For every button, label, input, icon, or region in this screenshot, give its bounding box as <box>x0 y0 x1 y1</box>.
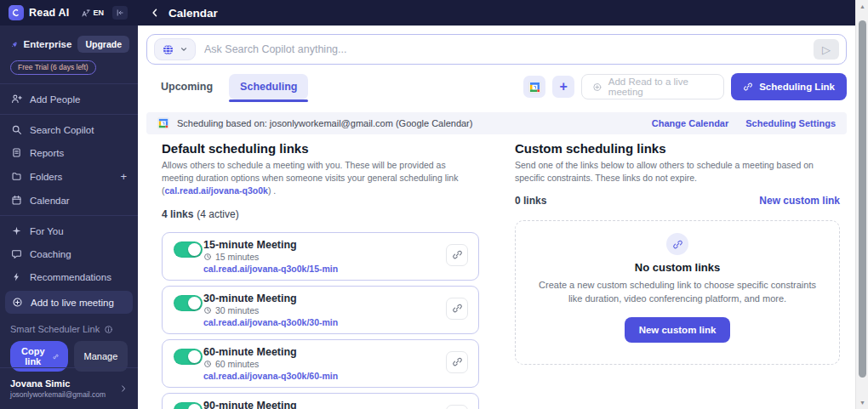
sidebar-item-search-copilot[interactable]: Search Copilot <box>0 118 138 141</box>
brand-area: Read AI EN <box>0 5 138 20</box>
sidebar-item-label: Add People <box>30 94 80 105</box>
search-copilot-bar: ▷ <box>146 34 847 65</box>
sidebar-divider <box>0 367 138 368</box>
search-scope-selector[interactable] <box>154 38 196 60</box>
globe-icon <box>162 43 174 56</box>
general-scheduling-link[interactable]: cal.read.ai/jovana-q3o0k <box>165 185 268 196</box>
copy-link-label: Copy link <box>20 346 47 366</box>
default-links-count-row: 4 links (4 active) <box>162 208 479 220</box>
back-icon[interactable] <box>150 8 160 18</box>
sidebar-divider <box>0 114 138 115</box>
scroll-down-icon[interactable]: ▼ <box>856 400 868 406</box>
live-meeting-placeholder: Add Read to a live meeting <box>608 77 713 97</box>
sidebar-item-calendar[interactable]: Calendar <box>0 189 138 212</box>
user-name: Jovana Simic <box>10 378 106 389</box>
default-links-description: Allows others to schedule a meeting with… <box>162 159 479 198</box>
new-custom-link[interactable]: New custom link <box>759 195 840 207</box>
empty-state-description: Create a new custom scheduling link to c… <box>536 279 819 306</box>
sidebar-item-add-people[interactable]: Add People <box>0 88 138 111</box>
sidebar-item-add-to-live-meeting[interactable]: Add to live meeting <box>5 291 133 314</box>
clock-icon <box>203 306 212 315</box>
meeting-url[interactable]: cal.read.ai/jovana-q3o0k/30-min <box>203 317 441 327</box>
google-calendar-button[interactable] <box>523 76 545 98</box>
no-custom-links-empty-state: No custom links Create a new custom sche… <box>515 220 840 365</box>
add-read-to-live-meeting-input[interactable]: Add Read to a live meeting <box>581 74 724 99</box>
info-icon[interactable] <box>104 325 113 334</box>
sidebar-item-for-you[interactable]: For You <box>0 219 138 242</box>
add-calendar-button[interactable]: + <box>552 76 574 98</box>
chevron-right-icon <box>119 381 128 396</box>
trial-badge: Free Trial (6 days left) <box>10 60 96 75</box>
chevron-down-icon <box>180 45 188 54</box>
meeting-url[interactable]: cal.read.ai/jovana-q3o0k/15-min <box>203 264 441 274</box>
sidebar-item-label: For You <box>30 226 64 236</box>
tab-upcoming[interactable]: Upcoming <box>150 74 224 99</box>
links-count-detail: (4 active) <box>197 208 238 220</box>
link-enabled-toggle[interactable] <box>174 402 203 409</box>
link-enabled-toggle[interactable] <box>174 349 203 365</box>
topbar: Read AI EN Calendar <box>0 0 855 26</box>
upgrade-button[interactable]: Upgrade <box>77 36 129 53</box>
send-icon[interactable]: ▷ <box>814 39 839 60</box>
link-enabled-toggle[interactable] <box>174 295 203 311</box>
meeting-duration: 15 minutes <box>215 252 259 262</box>
language-selector[interactable]: EN <box>81 9 104 18</box>
empty-state-title: No custom links <box>536 261 819 274</box>
change-calendar-link[interactable]: Change Calendar <box>652 118 728 128</box>
meeting-title: 30-minute Meeting <box>203 293 441 304</box>
reports-icon <box>11 147 22 158</box>
tabs-row: Upcoming Scheduling + Add Read to a live… <box>150 73 847 100</box>
sidebar-item-label: Calendar <box>30 196 70 206</box>
scheduling-link-button[interactable]: Scheduling Link <box>731 73 847 100</box>
meeting-title: 60-minute Meeting <box>203 346 441 358</box>
copy-link-icon[interactable] <box>446 351 468 373</box>
scheduling-based-on-text: Scheduling based on: josonlyworkemail@gm… <box>177 118 472 128</box>
custom-links-description: Send one of the links below to allow oth… <box>515 159 840 185</box>
scheduling-settings-link[interactable]: Scheduling Settings <box>745 118 836 128</box>
user-account[interactable]: Jovana Simic josonlyworkemail@gmail.com <box>0 375 138 402</box>
calendar-icon <box>11 195 22 206</box>
smart-scheduler-section: Smart Scheduler Link Copy link Manage <box>0 316 138 372</box>
folder-add-icon[interactable]: + <box>120 170 127 183</box>
sidebar-item-coaching[interactable]: Coaching <box>0 242 138 265</box>
new-custom-link-button[interactable]: New custom link <box>625 317 731 343</box>
default-scheduling-links-section: Default scheduling links Allows others t… <box>162 141 479 409</box>
rocket-icon <box>11 39 18 50</box>
google-calendar-icon <box>157 117 169 129</box>
custom-links-count: 0 links <box>515 195 546 207</box>
sidebar-item-recommendations[interactable]: Recommendations <box>0 265 138 288</box>
sidebar-item-label: Coaching <box>30 249 71 259</box>
copy-link-icon[interactable] <box>446 405 468 409</box>
copy-link-icon[interactable] <box>446 244 468 266</box>
sidebar-item-folders[interactable]: Folders + <box>0 164 138 189</box>
read-ai-logo[interactable] <box>9 5 24 20</box>
sidebar-item-reports[interactable]: Reports <box>0 141 138 164</box>
search-input[interactable] <box>204 43 805 55</box>
link-icon <box>743 82 753 92</box>
scrollbar-thumb[interactable] <box>859 20 866 378</box>
sidebar-item-label: Search Copilot <box>30 125 94 135</box>
user-email: josonlyworkemail@gmail.com <box>10 390 106 399</box>
language-code: EN <box>93 9 104 17</box>
scheduling-link-card: 90-minute Meeting 90 minutes cal.read.ai… <box>162 393 479 409</box>
vertical-scrollbar[interactable]: ▲ ▼ <box>855 0 868 409</box>
meeting-title: 15-minute Meeting <box>203 239 441 251</box>
link-enabled-toggle[interactable] <box>174 241 203 258</box>
plan-row: Enterprise Upgrade <box>0 26 138 53</box>
scroll-up-icon[interactable]: ▲ <box>856 3 868 9</box>
meeting-url[interactable]: cal.read.ai/jovana-q3o0k/60-min <box>203 371 441 381</box>
person-plus-icon <box>11 94 22 105</box>
copy-link-icon[interactable] <box>446 298 468 320</box>
page-header: Calendar <box>150 7 218 20</box>
brand-name: Read AI <box>29 7 69 19</box>
google-calendar-icon <box>528 81 541 94</box>
sidebar-divider <box>0 215 138 216</box>
lightning-icon <box>11 271 22 282</box>
sidebar-divider <box>0 83 138 84</box>
links-count: 4 links <box>162 208 193 220</box>
sidebar-item-label: Folders <box>30 172 62 182</box>
tab-scheduling[interactable]: Scheduling <box>229 74 308 99</box>
collapse-sidebar-icon[interactable] <box>112 6 128 20</box>
default-links-list: 15-minute Meeting 15 minutes cal.read.ai… <box>162 232 479 409</box>
sidebar: Enterprise Upgrade Free Trial (6 days le… <box>0 26 138 409</box>
